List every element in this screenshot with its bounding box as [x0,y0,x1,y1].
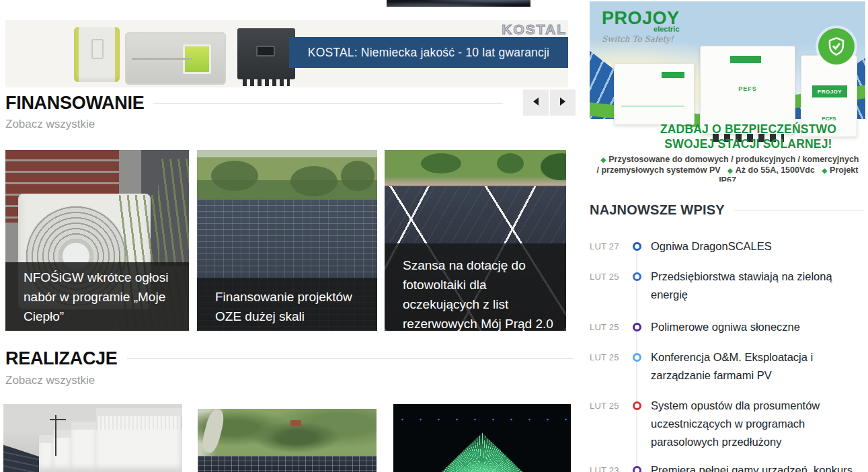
timeline-dot-icon [633,242,641,251]
latest-posts-header: NAJNOWSZE WPISY [590,202,865,218]
see-all-link-finansowanie[interactable]: Zobacz wszystkie [5,118,95,131]
timeline-dot-icon [633,466,641,472]
article-title: NFOŚiGW wkrótce ogłosi nabór w programie… [5,262,189,326]
post-link[interactable]: Ogniwa DragonSCALES [651,237,863,255]
post-list-item: LUT 25 Przedsiębiorstwa stawiają na ziel… [590,268,863,304]
post-date: LUT 23 [590,461,622,472]
ad-feature-list: ◆Przystosowane do domowych / produkcyjny… [595,155,860,182]
diamond-bullet-icon: ◆ [817,167,830,174]
timeline-dot-icon [633,272,641,281]
device-label [730,56,761,63]
photo-layer [393,404,571,434]
cropped-top-banner-image [387,0,530,7]
diamond-bullet-icon: ◆ [596,156,608,163]
timeline-dot-icon [633,401,641,410]
photo-layer [71,422,98,472]
inverter-detail [132,58,192,60]
section-title-realizacje: REALIZACJE [5,348,118,369]
article-card-oze-finansowanie[interactable]: Finansowanie projektów OZE dużej skali [197,150,377,331]
device-detail [621,106,684,107]
see-all-link-realizacje[interactable]: Zobacz wszystkie [5,374,95,387]
post-list-item: LUT 25 Konferencja O&M. Eksploatacja i z… [590,348,863,385]
post-link[interactable]: Polimerowe ogniwa słoneczne [651,318,863,336]
inverter-image-1 [74,27,120,82]
timeline-dot-icon [633,353,641,362]
post-link[interactable]: Konferencja O&M. Eksploatacja i zarządza… [651,348,863,385]
photo-layer [50,419,66,420]
card-title-overlay: NFOŚiGW wkrótce ogłosi nabór w programie… [5,262,189,331]
header-divider [153,103,503,104]
post-list-item: LUT 25 System opustów dla prosumentów uc… [590,397,863,451]
kostal-logo: KOSTAL [502,22,567,38]
section-title-finansowanie: FINANSOWANIE [5,93,144,114]
device-code: PCFS [801,116,857,122]
photo-layer [96,408,182,472]
realizacje-photo-battery-storage[interactable] [3,404,182,472]
timeline-dot-icon [633,323,641,331]
carousel-prev-button[interactable] [523,89,549,116]
left-arrow-icon [533,97,539,106]
post-date: LUT 27 [590,237,622,255]
card-title-overlay: Szansa na dotację do fotowoltaiki dla oc… [385,243,566,331]
photo [3,404,182,472]
post-list-item: LUT 23 Premiera pełnej gamy urządzeń, ko… [590,461,863,472]
post-date: LUT 25 [590,318,622,336]
header-divider [734,210,865,210]
inverter-image-3 [237,28,295,79]
article-title: Szansa na dotację do fotowoltaiki dla oc… [385,243,566,331]
device-label [662,72,684,78]
shield-check-icon [818,28,855,65]
photo-layer [446,460,518,472]
device-code: PEFS [701,85,795,92]
ad-device-left [614,63,695,125]
post-date: LUT 25 [590,397,622,451]
finansowanie-section-header: FINANSOWANIE [5,93,503,114]
realizacje-section-header: REALIZACJE [5,348,574,369]
projoy-slogan: Switch To Safety! [602,34,680,44]
projoy-ad-banner[interactable]: PROJOYPCFS PEFS PROJOY electric Switch T… [590,1,865,182]
section-title-najnowsze-wpisy: NAJNOWSZE WPISY [590,202,725,218]
photo-layer [200,409,226,455]
diamond-bullet-icon: ◆ [723,167,736,174]
ad-headline-line1: ZADBAJ O BEZPIECZEŃSTWO [637,122,860,136]
post-link[interactable]: Przedsiębiorstwa stawiają na zieloną ene… [651,268,863,304]
realizacje-photo-aerial-farm[interactable] [198,409,377,472]
projoy-logo: PROJOY electric Switch To Safety! [602,8,680,44]
photo-layer [198,456,377,472]
photo [393,404,571,472]
page: KOSTAL KOSTAL: Niemiecka jakość - 10 lat… [0,0,868,472]
card-title-overlay: Finansowanie projektów OZE dużej skali [197,278,377,331]
ad-headline-line2: SWOJEJ STACJI SOLARNEJ! [637,137,860,151]
article-card-moj-prad[interactable]: Szansa na dotację do fotowoltaiki dla oc… [385,150,566,331]
post-list-item: LUT 27 Ogniwa DragonSCALES [590,237,863,255]
inverter-image-2 [125,32,226,85]
photo-layer [55,415,56,456]
realizacje-photo-light-show[interactable] [393,404,571,472]
photo-layer [290,420,301,426]
post-link[interactable]: System opustów dla prosumentów uczestnic… [651,397,863,451]
device-brand-label: PROJOY [812,85,847,97]
article-title: Finansowanie projektów OZE dużej skali [197,278,377,326]
post-date: LUT 25 [590,268,622,304]
kostal-banner-tagline: KOSTAL: Niemiecka jakość - 10 lat gwaran… [289,37,568,68]
ad-feature: Aż do 55A, 1500Vdc [736,165,815,175]
post-link[interactable]: Premiera pełnej gamy urządzeń, konkurs [651,461,863,472]
inverter-screen [256,46,275,56]
photo [198,409,377,472]
photo-layer [385,150,566,188]
right-arrow-icon [560,97,565,106]
carousel-next-button[interactable] [550,89,576,116]
ad-device-center: PEFS [700,46,795,134]
header-divider [127,358,574,359]
kostal-ad-banner[interactable]: KOSTAL KOSTAL: Niemiecka jakość - 10 lat… [5,20,568,87]
article-card-moje-cieplo[interactable]: NFOŚiGW wkrótce ogłosi nabór w programie… [5,150,189,331]
post-date: LUT 25 [590,348,622,385]
post-list-item: LUT 25 Polimerowe ogniwa słoneczne [590,318,863,336]
